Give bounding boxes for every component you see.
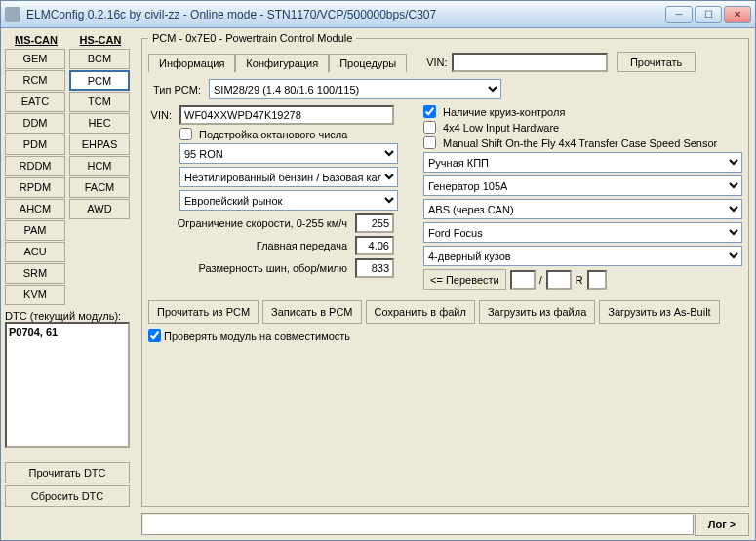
- module-srm[interactable]: SRM: [5, 263, 65, 284]
- low4x4-checkbox[interactable]: [423, 121, 436, 134]
- low4x4-label: 4x4 Low Input Hardware: [443, 122, 559, 134]
- vin-label: VIN:: [148, 109, 176, 121]
- pcm-write-button[interactable]: Записать в PCM: [262, 300, 361, 324]
- final-input[interactable]: [355, 236, 394, 255]
- speed-input[interactable]: [355, 213, 394, 233]
- tab-config[interactable]: Конфигурация: [235, 54, 329, 73]
- pcm-type-select[interactable]: SIM28/29 (1.4 80/1.6 100/115): [209, 79, 501, 99]
- load-asbuilt-button[interactable]: Загрузить из As-Built: [599, 300, 719, 324]
- fuel-select[interactable]: Неэтилированный бензин / Базовая калибро…: [179, 167, 398, 187]
- vin-top-input[interactable]: [452, 53, 608, 72]
- module-rddm[interactable]: RDDM: [5, 156, 65, 176]
- mscan-header[interactable]: MS-CAN: [5, 32, 67, 48]
- module-facm[interactable]: FACM: [69, 177, 130, 198]
- read-dtc-button[interactable]: Прочитать DTC: [5, 462, 130, 483]
- pcm-read-button[interactable]: Прочитать из PCM: [148, 300, 259, 324]
- tab-proc[interactable]: Процедуры: [329, 54, 407, 72]
- body-select[interactable]: 4-дверный кузов: [423, 246, 742, 266]
- tire-ar-input[interactable]: [546, 270, 572, 290]
- module-acu[interactable]: ACU: [5, 242, 65, 262]
- module-awd[interactable]: AWD: [69, 199, 130, 219]
- shift4x4-checkbox[interactable]: [423, 136, 436, 149]
- tire-input[interactable]: [355, 258, 394, 278]
- tire-w-input[interactable]: [510, 270, 536, 290]
- log-toggle-button[interactable]: Лог >: [695, 513, 749, 536]
- module-ehpas[interactable]: EHPAS: [69, 135, 130, 155]
- module-eatc[interactable]: EATC: [5, 92, 65, 112]
- dtc-label: DTC (текущий модуль):: [5, 310, 136, 322]
- convert-button[interactable]: <= Перевести: [423, 269, 506, 290]
- read-vin-button[interactable]: Прочитать: [617, 52, 696, 72]
- module-rcm[interactable]: RCM: [5, 70, 65, 91]
- compat-checkbox[interactable]: [148, 329, 161, 342]
- module-pam[interactable]: PAM: [5, 220, 65, 241]
- log-output[interactable]: [141, 513, 695, 536]
- module-hcm[interactable]: HCM: [69, 156, 130, 176]
- tire-d-input[interactable]: [587, 270, 607, 290]
- window-title: ELMConfig 0.2.16c by civil-zz - Online m…: [26, 8, 665, 21]
- ron-select[interactable]: 95 RON: [179, 143, 398, 164]
- cruise-label: Наличие круиз-контроля: [443, 106, 565, 118]
- tab-info[interactable]: Информация: [148, 54, 235, 72]
- hscan-header[interactable]: HS-CAN: [69, 32, 132, 48]
- module-ahcm[interactable]: AHCM: [5, 199, 65, 219]
- module-tcm[interactable]: TCM: [69, 92, 130, 112]
- window-titlebar: ELMConfig 0.2.16c by civil-zz - Online m…: [1, 1, 755, 28]
- trans-select[interactable]: Ручная КПП: [423, 152, 742, 173]
- octane-checkbox[interactable]: [179, 128, 192, 140]
- module-ddm[interactable]: DDM: [5, 113, 65, 134]
- market-select[interactable]: Европейский рынок: [179, 190, 398, 211]
- speed-label: Ограничение скорости, 0-255 км/ч: [148, 217, 351, 229]
- vin-input[interactable]: [179, 105, 394, 125]
- module-pdm[interactable]: PDM: [5, 135, 65, 155]
- module-rpdm[interactable]: RPDM: [5, 177, 65, 198]
- vin-top-label: VIN:: [426, 57, 447, 68]
- r-label: R: [576, 274, 583, 286]
- app-icon: [5, 7, 20, 22]
- load-file-button[interactable]: Загрузить из файла: [479, 300, 595, 324]
- module-kvm[interactable]: KVM: [5, 285, 65, 305]
- pcm-fieldset: PCM - 0x7E0 - Powertrain Control Module …: [141, 32, 749, 507]
- alt-select[interactable]: Генератор 105A: [423, 175, 742, 196]
- dtc-list[interactable]: P0704, 61: [5, 322, 130, 448]
- final-label: Главная передача: [148, 240, 351, 251]
- pcm-type-label: Тип PCM:: [148, 84, 205, 96]
- compat-label: Проверять модуль на совместимость: [164, 330, 350, 342]
- module-pcm[interactable]: PCM: [69, 70, 130, 91]
- minimize-button[interactable]: ─: [665, 6, 693, 23]
- module-hec[interactable]: HEC: [69, 113, 130, 134]
- tire-label: Размерность шин, обор/милю: [148, 262, 351, 274]
- cruise-checkbox[interactable]: [423, 105, 436, 118]
- pcm-legend: PCM - 0x7E0 - Powertrain Control Module: [148, 32, 356, 44]
- model-select[interactable]: Ford Focus: [423, 222, 742, 243]
- octane-label: Подстройка октанового числа: [199, 129, 347, 140]
- close-button[interactable]: ✕: [724, 6, 751, 23]
- abs-select[interactable]: ABS (через CAN): [423, 199, 742, 219]
- shift4x4-label: Manual Shift On-the Fly 4x4 Transfer Cas…: [443, 137, 717, 149]
- module-bcm[interactable]: BCM: [69, 49, 130, 69]
- maximize-button[interactable]: ☐: [695, 6, 722, 23]
- save-file-button[interactable]: Сохранить в файл: [366, 300, 475, 324]
- module-gem[interactable]: GEM: [5, 49, 65, 69]
- slash-label: /: [539, 274, 542, 286]
- clear-dtc-button[interactable]: Сбросить DTC: [5, 485, 130, 507]
